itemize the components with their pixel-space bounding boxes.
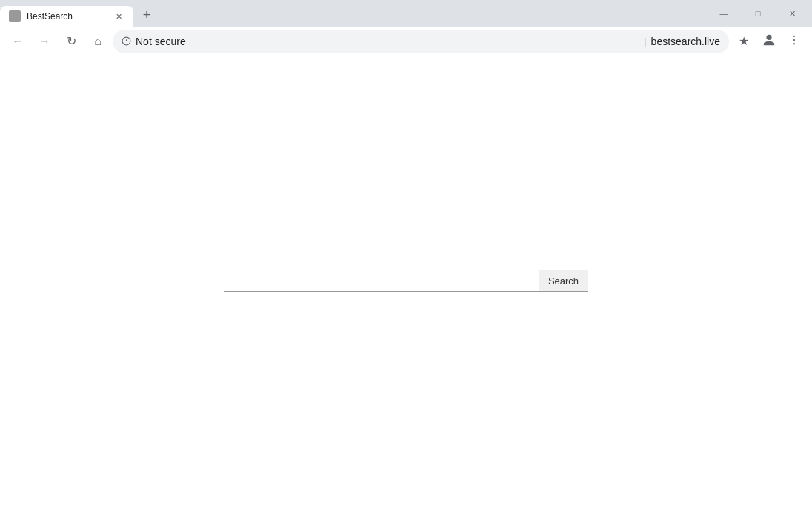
search-input[interactable]: [224, 270, 539, 292]
tab-close-button[interactable]: ✕: [113, 10, 124, 22]
page-content: Search: [0, 56, 812, 505]
forward-button[interactable]: →: [33, 30, 56, 53]
forward-icon: →: [39, 35, 50, 48]
back-button[interactable]: ←: [6, 30, 30, 53]
search-button[interactable]: Search: [539, 270, 588, 292]
svg-point-3: [793, 35, 795, 36]
security-label: Not secure: [136, 36, 639, 47]
maximize-icon: □: [756, 9, 761, 18]
account-button[interactable]: [757, 30, 781, 53]
address-bar[interactable]: Not secure | bestsearch.live: [113, 30, 729, 53]
active-tab[interactable]: BestSearch ✕: [0, 6, 133, 27]
account-icon: [762, 33, 776, 50]
nav-right-buttons: ★: [732, 30, 806, 53]
address-url: bestsearch.live: [651, 36, 720, 47]
tab-title: BestSearch: [27, 11, 107, 21]
new-tab-button[interactable]: +: [136, 4, 157, 25]
svg-point-5: [793, 43, 795, 44]
home-icon: ⌂: [94, 35, 102, 48]
reload-icon: ↻: [67, 34, 76, 48]
menu-button[interactable]: [782, 30, 806, 53]
close-button[interactable]: ✕: [775, 0, 809, 27]
nav-bar: ← → ↻ ⌂ Not secure | bestsearch.live ★: [0, 27, 812, 56]
reload-button[interactable]: ↻: [59, 30, 83, 53]
maximize-button[interactable]: □: [741, 0, 775, 27]
bookmark-icon: ★: [739, 34, 749, 48]
title-bar: BestSearch ✕ + — □ ✕: [0, 0, 812, 27]
home-button[interactable]: ⌂: [86, 30, 110, 53]
security-icon: [122, 36, 131, 46]
tab-strip: BestSearch ✕ +: [0, 0, 704, 27]
tab-favicon: [9, 10, 21, 22]
menu-icon: [788, 33, 801, 50]
close-icon: ✕: [789, 9, 796, 19]
minimize-button[interactable]: —: [707, 0, 741, 27]
bookmark-button[interactable]: ★: [732, 30, 756, 53]
back-icon: ←: [12, 35, 24, 48]
svg-point-4: [793, 39, 795, 40]
search-container: Search: [224, 270, 588, 292]
minimize-icon: —: [720, 9, 728, 18]
window-controls: — □ ✕: [704, 0, 812, 27]
address-divider: |: [644, 36, 646, 47]
